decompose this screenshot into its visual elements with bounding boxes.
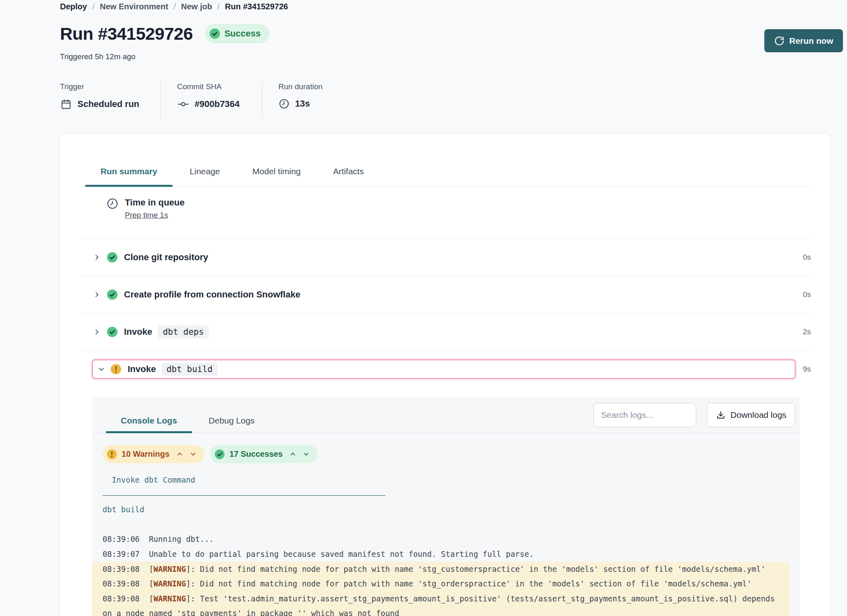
log-timestamp: 08:39:08 xyxy=(103,565,140,573)
step-label: Clone git repository xyxy=(124,252,208,263)
duration-value: 13s xyxy=(295,98,310,109)
tab-artifacts[interactable]: Artifacts xyxy=(318,167,379,186)
log-tab-console-logs[interactable]: Console Logs xyxy=(106,416,192,432)
log-line: 08:39:07 Unable to do partial parsing be… xyxy=(92,547,800,562)
log-line: 08:39:08 [WARNING]: Test 'test.admin_mat… xyxy=(92,591,789,606)
download-logs-button[interactable]: Download logs xyxy=(707,403,795,427)
log-line: 08:39:08 [WARNING]: Did not find matchin… xyxy=(92,576,789,591)
caret-up-icon[interactable] xyxy=(176,451,183,458)
logs-panel-header: Console LogsDebug Logs Download logs xyxy=(92,397,800,433)
step-label: Create profile from connection Snowflake xyxy=(124,289,300,300)
meta-trigger: Trigger Scheduled run xyxy=(60,82,160,118)
time-in-queue-section: Time in queue Prep time 1s xyxy=(79,186,811,239)
command-chip: dbt deps xyxy=(158,325,209,338)
status-badge: Success xyxy=(205,24,269,43)
tab-lineage[interactable]: Lineage xyxy=(174,167,235,186)
step-row-create-profile-from-connection-snowflake[interactable]: Create profile from connection Snowflake… xyxy=(79,276,811,313)
prep-time-link[interactable]: Prep time 1s xyxy=(125,211,168,220)
step-duration: 2s xyxy=(796,327,811,336)
step-duration: 0s xyxy=(796,290,811,299)
run-detail-page: Deploy/New Environment/New job/Run #3415… xyxy=(0,0,847,616)
queue-clock-icon xyxy=(106,197,119,238)
meta-duration: Run duration 13s xyxy=(262,82,335,118)
status-badge-label: Success xyxy=(225,28,261,39)
tab-run-summary[interactable]: Run summary xyxy=(85,167,173,186)
steps-list: Clone git repository0sCreate profile fro… xyxy=(79,239,811,388)
trigger-value: Scheduled run xyxy=(77,99,139,109)
log-line: Invoke dbt Command xyxy=(92,473,800,488)
step-row-invoke-dbt-build: Invokedbt build9s xyxy=(92,351,811,388)
log-timestamp: 08:39:08 xyxy=(103,594,140,603)
log-timestamp: 08:39:08 xyxy=(103,579,140,588)
warning-tag: WARNING xyxy=(154,565,186,573)
command-chip: dbt build xyxy=(162,363,218,376)
step-label: Invoke xyxy=(128,364,156,374)
badge-carets xyxy=(176,451,197,458)
clock-icon xyxy=(278,98,290,109)
success-badge-label: 17 Successes xyxy=(229,449,282,459)
log-badges: 10 Warnings17 Successes xyxy=(103,445,800,463)
chevron-down-icon[interactable] xyxy=(98,366,105,373)
success-status-icon xyxy=(107,289,118,300)
warning-count-badge[interactable]: 10 Warnings xyxy=(103,445,204,463)
tab-model-timing[interactable]: Model timing xyxy=(237,167,316,186)
search-logs-input[interactable] xyxy=(593,403,696,427)
download-icon xyxy=(716,410,726,420)
commit-value: #900b7364 xyxy=(195,99,240,109)
success-check-icon xyxy=(209,28,220,39)
success-badge-icon xyxy=(214,449,225,460)
step-expanded-box[interactable]: Invokedbt build xyxy=(92,359,796,379)
run-summary-card: Run summaryLineageModel timingArtifacts … xyxy=(60,133,831,616)
main-tabs: Run summaryLineageModel timingArtifacts xyxy=(79,167,811,186)
success-status-icon xyxy=(107,326,118,338)
console-logs-panel: Console LogsDebug Logs Download logs 10 … xyxy=(92,397,800,616)
log-line: ————————————————————————————————————————… xyxy=(92,488,800,503)
breadcrumb-separator: / xyxy=(92,2,95,11)
badge-carets xyxy=(289,451,310,458)
step-row-clone-git-repository[interactable]: Clone git repository0s xyxy=(79,239,811,276)
warning-badge-label: 10 Warnings xyxy=(122,449,169,459)
chevron-right-icon[interactable] xyxy=(93,254,101,261)
breadcrumb-separator: / xyxy=(173,2,176,11)
step-label: Invoke xyxy=(124,327,152,337)
breadcrumb-separator: / xyxy=(217,2,220,11)
chevron-right-icon[interactable] xyxy=(93,328,101,336)
step-row-invoke-dbt-deps[interactable]: Invokedbt deps2s xyxy=(79,313,811,351)
success-status-icon xyxy=(107,252,118,263)
caret-down-icon[interactable] xyxy=(190,451,197,458)
breadcrumb-item-deploy[interactable]: Deploy xyxy=(60,2,87,11)
breadcrumb-item-new-job[interactable]: New job xyxy=(181,2,212,11)
log-line: 08:39:06 Running dbt... xyxy=(92,532,800,547)
commit-icon xyxy=(177,98,189,110)
step-duration: 9s xyxy=(796,365,811,374)
run-meta: Trigger Scheduled run Commit SHA #900b73… xyxy=(60,82,831,118)
log-output: Invoke dbt Command——————————————————————… xyxy=(92,473,800,616)
log-timestamp: 08:39:06 xyxy=(103,535,140,543)
warning-tag: WARNING xyxy=(154,594,186,603)
log-line: on a node named 'stg_payments' in packag… xyxy=(92,606,789,616)
chevron-right-icon[interactable] xyxy=(93,291,101,298)
log-timestamp: 08:39:07 xyxy=(103,550,140,558)
triggered-ago: Triggered 5h 12m ago xyxy=(60,52,831,61)
warning-status-icon xyxy=(110,364,122,375)
step-duration: 0s xyxy=(796,253,811,262)
title-row: Run #341529726 Success xyxy=(60,21,831,46)
warning-badge-icon xyxy=(107,449,117,460)
log-line xyxy=(92,517,800,532)
queue-title: Time in queue xyxy=(125,197,185,208)
log-line: dbt build xyxy=(92,502,800,517)
log-line: 08:39:08 [WARNING]: Did not find matchin… xyxy=(92,562,789,577)
breadcrumb-item-new-environment[interactable]: New Environment xyxy=(100,2,168,11)
meta-commit: Commit SHA #900b7364 xyxy=(160,82,262,118)
log-tab-debug-logs[interactable]: Debug Logs xyxy=(194,416,270,432)
rerun-icon xyxy=(774,36,785,46)
success-count-badge[interactable]: 17 Successes xyxy=(210,445,317,463)
warning-tag: WARNING xyxy=(154,579,186,588)
rerun-now-button[interactable]: Rerun now xyxy=(764,29,843,52)
caret-down-icon[interactable] xyxy=(303,451,310,458)
breadcrumb-item-run-341529726: Run #341529726 xyxy=(225,2,288,11)
page-title: Run #341529726 xyxy=(60,24,193,44)
breadcrumb: Deploy/New Environment/New job/Run #3415… xyxy=(60,1,831,12)
caret-up-icon[interactable] xyxy=(289,451,296,458)
calendar-icon xyxy=(60,98,72,110)
